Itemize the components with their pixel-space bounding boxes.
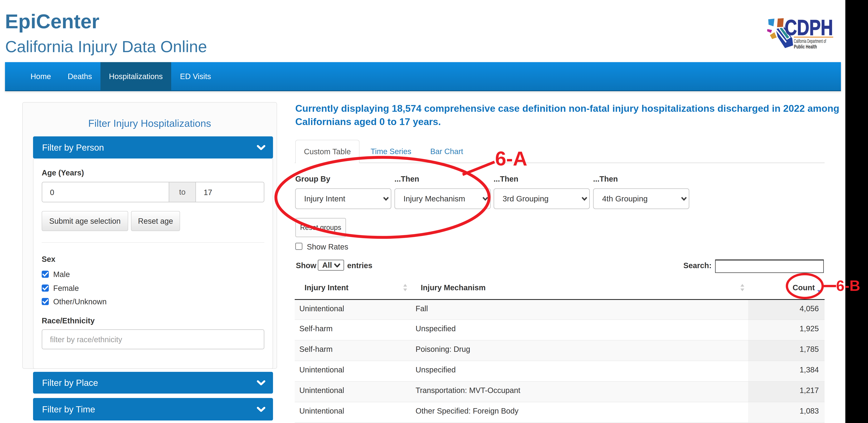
svg-text:Public Health: Public Health — [794, 44, 817, 50]
svg-text:California Department of: California Department of — [794, 38, 826, 44]
svg-text:CDPH: CDPH — [785, 17, 833, 39]
